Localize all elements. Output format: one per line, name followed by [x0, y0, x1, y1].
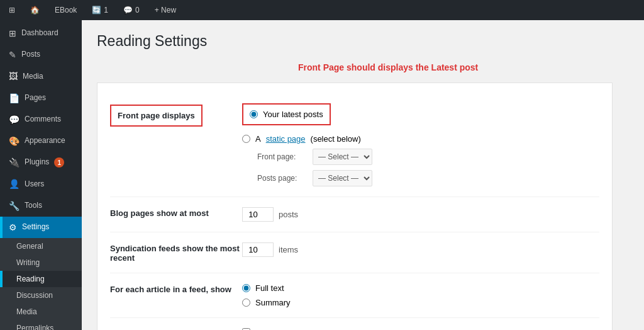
submenu-writing[interactable]: Writing — [0, 254, 82, 271]
sidebar-item-media[interactable]: 🖼 Media — [0, 65, 82, 87]
feed-radio-group: Full text Summary — [242, 283, 599, 307]
posts-page-select[interactable]: — Select — — [313, 170, 372, 186]
feed-article-label: For each article in a feed, show — [110, 283, 242, 294]
sidebar-label-pages: Pages — [25, 93, 46, 103]
radio-latest-posts-input[interactable] — [250, 110, 258, 118]
submenu-reading[interactable]: Reading — [0, 271, 82, 287]
submenu-permalinks-label: Permalinks — [16, 324, 53, 330]
sidebar-item-settings[interactable]: ⚙ Settings — [0, 217, 82, 238]
sidebar-label-comments: Comments — [25, 115, 61, 125]
blog-pages-input[interactable] — [242, 207, 274, 222]
radio-full-text-label: Full text — [255, 283, 284, 293]
comments-icon: 💬 — [123, 6, 133, 14]
plugins-badge: 1 — [54, 157, 64, 168]
front-page-select[interactable]: — Select — — [313, 149, 372, 165]
sidebar-item-pages[interactable]: 📄 Pages — [0, 88, 82, 109]
updates-icon: 🔄 — [92, 6, 101, 14]
page-title: Reading Settings — [97, 33, 629, 50]
new-content-button[interactable]: + New — [151, 0, 180, 20]
site-name-label: EBook — [55, 6, 77, 14]
front-page-select-label: Front page: — [257, 152, 308, 161]
posts-page-select-label: Posts page: — [257, 174, 308, 183]
wp-icon: ⊞ — [9, 6, 15, 14]
submenu-discussion-label: Discussion — [16, 291, 53, 300]
main-content: Reading Settings Front Page should displ… — [82, 20, 644, 330]
comments-sidebar-icon: 💬 — [9, 114, 19, 125]
syndication-input[interactable] — [242, 242, 274, 257]
syndication-control: items — [242, 242, 599, 257]
updates-count: 1 — [104, 6, 108, 14]
sidebar-item-appearance[interactable]: 🎨 Appearance — [0, 130, 82, 152]
appearance-icon: 🎨 — [9, 135, 19, 147]
submenu-permalinks[interactable]: Permalinks — [0, 320, 82, 330]
radio-full-text-input[interactable] — [242, 284, 250, 292]
feed-article-row: For each article in a feed, show Full te… — [110, 273, 599, 318]
plugins-icon: 🔌 — [9, 157, 19, 168]
main-layout: ⊞ Dashboard ✎ Posts 🖼 Media 📄 Pages 💬 Co… — [0, 20, 644, 330]
submenu-discussion[interactable]: Discussion — [0, 287, 82, 304]
static-page-link[interactable]: static page — [266, 134, 306, 144]
submenu-general-label: General — [16, 242, 43, 251]
syndication-row: Syndication feeds show the most recent i… — [110, 232, 599, 273]
home-icon-button[interactable]: 🏠 — [26, 0, 43, 20]
radio-full-text[interactable]: Full text — [242, 283, 599, 293]
sidebar-label-posts: Posts — [21, 50, 40, 60]
front-page-label: Front page displays — [110, 103, 242, 127]
sidebar-label-settings: Settings — [22, 222, 49, 232]
radio-latest-posts[interactable]: Your latest posts — [250, 110, 323, 119]
settings-submenu: General Writing Reading Discussion Media… — [0, 238, 82, 330]
submenu-writing-label: Writing — [16, 258, 40, 267]
radio-static-prefix: A — [255, 134, 261, 144]
blog-pages-row: Blog pages show at most posts — [110, 197, 599, 232]
sidebar-item-comments[interactable]: 💬 Comments — [0, 109, 82, 130]
front-page-row: Front page displays Your latest posts A — [110, 93, 599, 197]
radio-static-page-input[interactable] — [242, 135, 250, 143]
sidebar-label-media: Media — [23, 72, 43, 82]
pages-icon: 📄 — [9, 93, 19, 104]
dashboard-icon: ⊞ — [9, 28, 16, 39]
feed-article-control: Full text Summary — [242, 283, 599, 307]
posts-page-select-row: Posts page: — Select — — [242, 170, 599, 186]
submenu-media[interactable]: Media — [0, 304, 82, 320]
home-icon: 🏠 — [30, 6, 40, 14]
settings-icon: ⚙ — [9, 222, 17, 233]
settings-content-wrap: Front page displays Your latest posts A — [97, 82, 613, 330]
static-page-section: A static page (select below) Front page:… — [242, 134, 599, 186]
syndication-unit: items — [279, 245, 298, 254]
media-icon: 🖼 — [9, 71, 18, 82]
sidebar-label-appearance: Appearance — [25, 136, 65, 146]
users-icon: 👤 — [9, 178, 19, 190]
syndication-label: Syndication feeds show the most recent — [110, 242, 242, 263]
blog-pages-control: posts — [242, 207, 599, 222]
posts-icon: ✎ — [9, 49, 16, 60]
comments-count: 0 — [135, 6, 140, 14]
comments-button[interactable]: 💬 0 — [119, 0, 143, 20]
front-page-label-text: Front page displays — [118, 111, 195, 120]
sidebar-label-dashboard: Dashboard — [21, 28, 58, 38]
front-page-control: Your latest posts A static page (select … — [242, 103, 599, 186]
submenu-reading-label: Reading — [16, 275, 45, 283]
sidebar-item-posts[interactable]: ✎ Posts — [0, 44, 82, 65]
front-page-select-row: Front page: — Select — — [242, 149, 599, 165]
sidebar-item-users[interactable]: 👤 Users — [0, 173, 82, 195]
front-page-notice: Front Page should displays the Latest po… — [298, 62, 629, 72]
radio-static-page[interactable]: A static page (select below) — [242, 134, 599, 144]
sidebar-item-dashboard[interactable]: ⊞ Dashboard — [0, 23, 82, 44]
blog-pages-input-wrap: posts — [242, 207, 599, 222]
sidebar-label-plugins: Plugins — [25, 157, 49, 168]
wp-logo-button[interactable]: ⊞ — [5, 0, 19, 20]
submenu-media-label: Media — [16, 307, 37, 316]
site-name-button[interactable]: EBook — [51, 0, 80, 20]
radio-latest-posts-label: Your latest posts — [263, 110, 323, 119]
sidebar-item-plugins[interactable]: 🔌 Plugins 1 — [0, 152, 82, 173]
submenu-general[interactable]: General — [0, 238, 82, 254]
sidebar-label-users: Users — [25, 179, 44, 190]
radio-summary-label: Summary — [255, 298, 291, 307]
sidebar-item-tools[interactable]: 🔧 Tools — [0, 195, 82, 217]
radio-summary-input[interactable] — [242, 299, 250, 307]
new-label: + New — [155, 6, 176, 14]
radio-summary[interactable]: Summary — [242, 298, 599, 307]
updates-button[interactable]: 🔄 1 — [88, 0, 112, 20]
blog-pages-label: Blog pages show at most — [110, 207, 242, 218]
search-engine-row: Search Engine Visibility Discourage sear… — [110, 318, 599, 330]
